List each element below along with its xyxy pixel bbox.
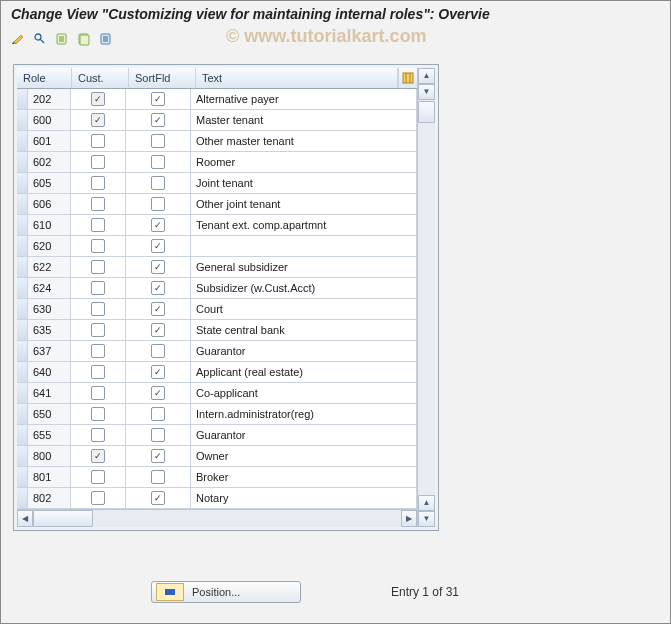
- cell-sortfld[interactable]: ✓: [126, 236, 191, 256]
- cell-role[interactable]: 602: [28, 152, 71, 172]
- cell-cust[interactable]: [71, 467, 126, 487]
- cell-role[interactable]: 620: [28, 236, 71, 256]
- sortfld-checkbox[interactable]: ✓: [151, 365, 165, 379]
- cust-checkbox[interactable]: [91, 365, 105, 379]
- cell-role[interactable]: 640: [28, 362, 71, 382]
- sortfld-checkbox[interactable]: ✓: [151, 260, 165, 274]
- row-selector[interactable]: [17, 404, 28, 424]
- table-row[interactable]: 635✓State central bank: [17, 320, 417, 341]
- cell-text[interactable]: Other master tenant: [191, 131, 417, 151]
- delimit-icon[interactable]: [97, 30, 115, 48]
- cust-checkbox[interactable]: [91, 386, 105, 400]
- table-row[interactable]: 606Other joint tenant: [17, 194, 417, 215]
- table-row[interactable]: 655Guarantor: [17, 425, 417, 446]
- vscroll-page-down-btn[interactable]: ▲: [418, 495, 435, 511]
- row-selector[interactable]: [17, 131, 28, 151]
- cell-text[interactable]: Joint tenant: [191, 173, 417, 193]
- table-row[interactable]: 620✓: [17, 236, 417, 257]
- cell-text[interactable]: State central bank: [191, 320, 417, 340]
- cell-cust[interactable]: [71, 257, 126, 277]
- cell-sortfld[interactable]: ✓: [126, 488, 191, 508]
- cell-sortfld[interactable]: ✓: [126, 362, 191, 382]
- cell-cust[interactable]: [71, 215, 126, 235]
- cell-cust[interactable]: [71, 341, 126, 361]
- cust-checkbox[interactable]: [91, 281, 105, 295]
- table-row[interactable]: 605Joint tenant: [17, 173, 417, 194]
- table-row[interactable]: 630✓Court: [17, 299, 417, 320]
- sortfld-checkbox[interactable]: ✓: [151, 449, 165, 463]
- cell-role[interactable]: 635: [28, 320, 71, 340]
- cell-cust[interactable]: [71, 320, 126, 340]
- cell-cust[interactable]: [71, 278, 126, 298]
- cell-text[interactable]: Owner: [191, 446, 417, 466]
- cell-cust[interactable]: [71, 383, 126, 403]
- cell-sortfld[interactable]: [126, 152, 191, 172]
- cell-sortfld[interactable]: ✓: [126, 446, 191, 466]
- col-header-cust[interactable]: Cust.: [72, 68, 129, 88]
- sortfld-checkbox[interactable]: ✓: [151, 92, 165, 106]
- row-selector[interactable]: [17, 299, 28, 319]
- cust-checkbox[interactable]: [91, 197, 105, 211]
- cust-checkbox[interactable]: [91, 323, 105, 337]
- cell-cust[interactable]: [71, 404, 126, 424]
- cell-sortfld[interactable]: [126, 425, 191, 445]
- row-selector[interactable]: [17, 320, 28, 340]
- configure-columns-icon[interactable]: [398, 68, 417, 88]
- cell-sortfld[interactable]: [126, 173, 191, 193]
- row-selector[interactable]: [17, 236, 28, 256]
- cell-sortfld[interactable]: [126, 467, 191, 487]
- sortfld-checkbox[interactable]: [151, 134, 165, 148]
- sortfld-checkbox[interactable]: ✓: [151, 281, 165, 295]
- sortfld-checkbox[interactable]: [151, 155, 165, 169]
- cell-sortfld[interactable]: ✓: [126, 89, 191, 109]
- cell-text[interactable]: Alternative payer: [191, 89, 417, 109]
- cell-sortfld[interactable]: ✓: [126, 299, 191, 319]
- sortfld-checkbox[interactable]: ✓: [151, 386, 165, 400]
- cell-cust[interactable]: [71, 362, 126, 382]
- toggle-change-icon[interactable]: [9, 30, 27, 48]
- cell-sortfld[interactable]: [126, 341, 191, 361]
- cell-role[interactable]: 802: [28, 488, 71, 508]
- cust-checkbox[interactable]: [91, 407, 105, 421]
- cust-checkbox[interactable]: [91, 302, 105, 316]
- cell-text[interactable]: Notary: [191, 488, 417, 508]
- horizontal-scrollbar[interactable]: ◀ ▶: [17, 509, 417, 527]
- cell-text[interactable]: Guarantor: [191, 425, 417, 445]
- cell-role[interactable]: 801: [28, 467, 71, 487]
- cell-cust[interactable]: [71, 236, 126, 256]
- cell-cust[interactable]: [71, 488, 126, 508]
- cell-cust[interactable]: ✓: [71, 446, 126, 466]
- vertical-scrollbar[interactable]: ▲ ▼ ▲ ▼: [417, 68, 435, 527]
- cust-checkbox[interactable]: [91, 155, 105, 169]
- new-entries-icon[interactable]: [53, 30, 71, 48]
- copy-as-icon[interactable]: [75, 30, 93, 48]
- cell-role[interactable]: 605: [28, 173, 71, 193]
- cell-text[interactable]: Co-applicant: [191, 383, 417, 403]
- cell-role[interactable]: 624: [28, 278, 71, 298]
- row-selector[interactable]: [17, 383, 28, 403]
- table-row[interactable]: 622✓General subsidizer: [17, 257, 417, 278]
- row-selector[interactable]: [17, 425, 28, 445]
- cust-checkbox[interactable]: [91, 428, 105, 442]
- cell-role[interactable]: 650: [28, 404, 71, 424]
- row-selector[interactable]: [17, 194, 28, 214]
- cell-sortfld[interactable]: ✓: [126, 320, 191, 340]
- table-row[interactable]: 637Guarantor: [17, 341, 417, 362]
- table-row[interactable]: 650Intern.administrator(reg): [17, 404, 417, 425]
- sortfld-checkbox[interactable]: [151, 470, 165, 484]
- cell-cust[interactable]: [71, 173, 126, 193]
- cell-cust[interactable]: [71, 131, 126, 151]
- cell-role[interactable]: 655: [28, 425, 71, 445]
- cell-sortfld[interactable]: ✓: [126, 383, 191, 403]
- cell-role[interactable]: 610: [28, 215, 71, 235]
- cell-text[interactable]: Subsidizer (w.Cust.Acct): [191, 278, 417, 298]
- cell-role[interactable]: 630: [28, 299, 71, 319]
- cust-checkbox[interactable]: [91, 260, 105, 274]
- table-row[interactable]: 640✓Applicant (real estate): [17, 362, 417, 383]
- row-selector[interactable]: [17, 362, 28, 382]
- vscroll-down-btn[interactable]: ▼: [418, 511, 435, 527]
- table-row[interactable]: 801Broker: [17, 467, 417, 488]
- cell-text[interactable]: Other joint tenant: [191, 194, 417, 214]
- cell-sortfld[interactable]: [126, 131, 191, 151]
- row-selector[interactable]: [17, 152, 28, 172]
